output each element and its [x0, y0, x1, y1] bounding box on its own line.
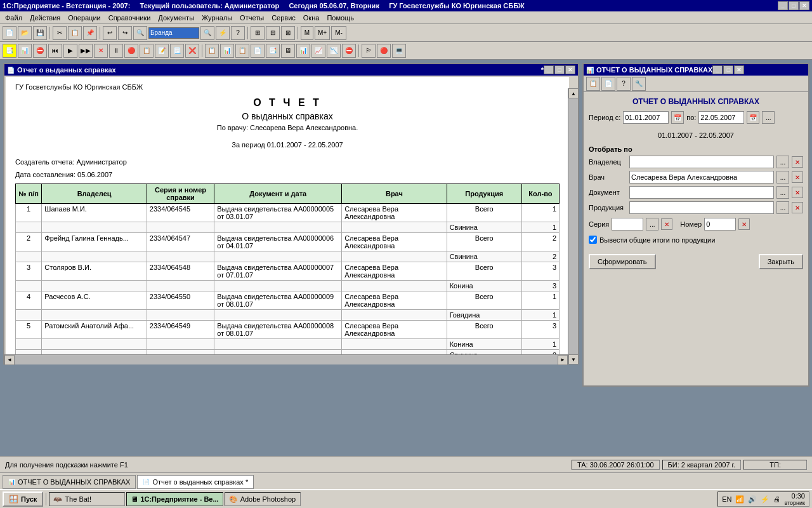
panel-tb-btn-4[interactable]: 🔧 [632, 77, 646, 91]
doc-input[interactable] [629, 186, 774, 199]
tb2-btn-15[interactable]: 📊 [220, 44, 234, 58]
scroll-right-btn[interactable]: ► [558, 355, 568, 365]
menu-service[interactable]: Сервис [268, 13, 299, 23]
tb2-btn-9[interactable]: 🔴 [124, 44, 138, 58]
panel-tb-btn-1[interactable]: 📋 [586, 77, 600, 91]
tb2-btn-8[interactable]: ⏸ [109, 44, 123, 58]
product-dots-btn[interactable]: ... [776, 201, 789, 214]
search-input[interactable] [148, 27, 199, 39]
doctor-clear-btn[interactable]: ✕ [792, 171, 803, 183]
report-minimize-btn[interactable]: _ [544, 65, 554, 74]
menu-file[interactable]: Файл [1, 13, 26, 23]
tb2-btn-10[interactable]: 📋 [140, 44, 154, 58]
tb2-btn-19[interactable]: 🖥 [281, 44, 295, 58]
tb-btn-3[interactable]: 🔍 [200, 26, 214, 40]
new-btn[interactable]: 📄 [3, 26, 16, 40]
tb2-btn-2[interactable]: 📊 [18, 44, 32, 58]
period-from-input[interactable] [623, 111, 669, 124]
cut-btn[interactable]: ✂ [53, 26, 67, 40]
period-dots-btn[interactable]: ... [762, 111, 775, 124]
tb2-btn-6[interactable]: ▶▶ [79, 44, 93, 58]
tb2-btn-17[interactable]: 📄 [251, 44, 265, 58]
doc-clear-btn[interactable]: ✕ [792, 187, 803, 198]
menu-documents[interactable]: Документы [154, 13, 198, 23]
scroll-left-btn[interactable]: ◄ [4, 355, 15, 365]
doctor-dots-btn[interactable]: ... [776, 171, 789, 184]
period-from-cal-btn[interactable]: 📅 [671, 111, 684, 124]
tb-mminus-btn[interactable]: M- [331, 26, 346, 40]
number-clear-btn[interactable]: ✕ [738, 218, 750, 230]
report-scrollbar-vertical[interactable]: ▲ ▼ [568, 88, 578, 364]
scroll-up-btn[interactable]: ▲ [568, 88, 579, 98]
tb2-btn-23[interactable]: ⛔ [342, 44, 356, 58]
tb-btn-2[interactable]: ↪ [118, 26, 132, 40]
minimize-button[interactable]: _ [778, 1, 788, 10]
menu-references[interactable]: Справочники [105, 13, 155, 23]
tb-btn-1[interactable]: ↩ [103, 26, 117, 40]
form-button[interactable]: Сформировать [589, 254, 656, 269]
app-tab-report[interactable]: 📊 ОТЧЕТ О ВЫДАННЫХ СПРАВКАХ [3, 475, 136, 489]
menu-actions[interactable]: Действия [26, 13, 64, 23]
series-clear-btn[interactable]: ✕ [661, 218, 672, 230]
scroll-down-btn[interactable]: ▼ [568, 354, 579, 364]
menu-operations[interactable]: Операции [64, 13, 104, 23]
close-button[interactable]: Закрыть [759, 254, 803, 269]
tb-btn-4[interactable]: ⚡ [216, 26, 230, 40]
tb2-btn-14[interactable]: 📋 [205, 44, 219, 58]
tb2-btn-25[interactable]: 🔴 [377, 44, 391, 58]
tb2-btn-5[interactable]: ▶ [63, 44, 77, 58]
close-button[interactable]: ✕ [799, 1, 809, 10]
number-input[interactable] [704, 218, 736, 231]
tb2-btn-3[interactable]: ⛔ [33, 44, 47, 58]
tb2-btn-1[interactable]: 📑 [3, 44, 16, 58]
report-close-btn[interactable]: ✕ [565, 65, 575, 74]
period-to-cal-btn[interactable]: 📅 [747, 111, 759, 124]
tb2-btn-21[interactable]: 📈 [311, 44, 325, 58]
app-tab-preview[interactable]: 📄 Отчет о выданных справках * [137, 475, 254, 489]
panel-minimize-btn[interactable]: _ [712, 65, 723, 74]
open-btn[interactable]: 📂 [18, 26, 32, 40]
save-btn[interactable]: 💾 [33, 26, 47, 40]
menu-journals[interactable]: Журналы [198, 13, 236, 23]
panel-tb-btn-3[interactable]: ? [617, 77, 631, 91]
panel-tb-btn-2[interactable]: 📄 [601, 77, 615, 91]
find-btn[interactable]: 🔍 [133, 26, 147, 40]
product-clear-btn[interactable]: ✕ [792, 202, 803, 213]
tb2-btn-20[interactable]: 📊 [296, 44, 310, 58]
tb2-btn-18[interactable]: 📑 [266, 44, 280, 58]
tb-m-btn[interactable]: M [301, 26, 313, 40]
tb2-btn-24[interactable]: 🏳 [362, 44, 376, 58]
taskbar-app-thebat[interactable]: 🦇 The Bat! [49, 492, 125, 506]
panel-maximize-btn[interactable]: □ [723, 65, 733, 74]
tb2-btn-7[interactable]: ✕ [94, 44, 108, 58]
owner-input[interactable] [629, 156, 774, 168]
panel-close-btn[interactable]: ✕ [734, 65, 744, 74]
menu-reports[interactable]: Отчеты [236, 13, 268, 23]
tb2-btn-16[interactable]: 📋 [235, 44, 249, 58]
owner-clear-btn[interactable]: ✕ [792, 156, 803, 168]
doc-dots-btn[interactable]: ... [776, 186, 789, 199]
paste-btn[interactable]: 📌 [83, 26, 97, 40]
report-maximize-btn[interactable]: □ [554, 65, 565, 74]
copy-btn[interactable]: 📋 [68, 26, 82, 40]
maximize-button[interactable]: □ [789, 1, 799, 10]
menu-help[interactable]: Помощь [323, 13, 358, 23]
tb2-btn-22[interactable]: 📉 [327, 44, 341, 58]
menu-windows[interactable]: Окна [299, 13, 324, 23]
tb-btn-6[interactable]: ⊟ [266, 26, 280, 40]
tb2-btn-4[interactable]: ⏮ [48, 44, 62, 58]
totals-checkbox[interactable] [589, 236, 597, 244]
series-dots-btn[interactable]: ... [646, 218, 658, 231]
doctor-input[interactable] [629, 171, 774, 184]
tb2-btn-12[interactable]: 📃 [170, 44, 184, 58]
tb2-btn-11[interactable]: 📝 [155, 44, 169, 58]
help-btn[interactable]: ? [231, 26, 245, 40]
series-input[interactable] [612, 218, 643, 231]
tb-mplus-btn[interactable]: M+ [315, 26, 330, 40]
start-button[interactable]: 🪟 Пуск [3, 491, 43, 507]
product-input[interactable] [629, 201, 774, 214]
owner-dots-btn[interactable]: ... [776, 156, 789, 168]
period-to-input[interactable] [698, 111, 744, 124]
tb2-btn-13[interactable]: ❌ [185, 44, 199, 58]
tb-btn-5[interactable]: ⊞ [251, 26, 265, 40]
